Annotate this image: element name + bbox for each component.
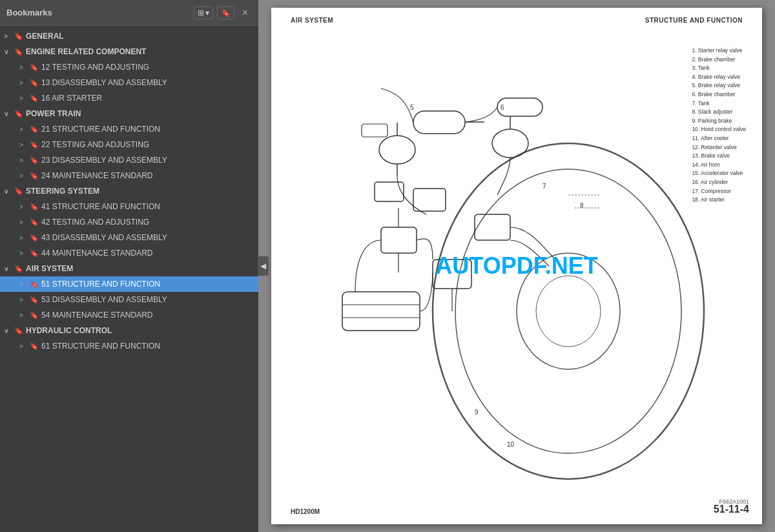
doc-footer-page: 51-11-4	[714, 504, 749, 515]
section-header-steering[interactable]: ∨ 🔖 STEERING SYSTEM	[0, 183, 258, 199]
bookmark-icon: 🔖	[30, 79, 39, 87]
item-label-s42: 42 TESTING AND ADJUSTING	[41, 218, 149, 227]
bookmark-icon: 🔖	[14, 48, 23, 56]
bookmark-item-e16[interactable]: > 🔖 16 AIR STARTER	[0, 90, 258, 106]
section-header-air[interactable]: ∨ 🔖 AIR SYSTEM	[0, 261, 258, 276]
section-label-steering: STEERING SYSTEM	[26, 187, 99, 196]
svg-text:9: 9	[475, 409, 479, 416]
bookmark-icon: 🔖	[14, 110, 23, 118]
svg-rect-13	[342, 292, 420, 331]
section-general: > 🔖 GENERAL	[0, 28, 258, 44]
thumbnail-view-button[interactable]: ⊞ ▾	[194, 6, 213, 19]
chevron-icon: >	[19, 126, 27, 133]
bookmark-item-a51[interactable]: > 🔖 51 STRUCTURE AND FUNCTION	[0, 276, 258, 292]
bookmark-item-s44[interactable]: > 🔖 44 MAINTENANCE STANDARD	[0, 245, 258, 261]
bookmark-icon: 🔖	[30, 63, 39, 72]
section-power: ∨ 🔖 POWER TRAIN > 🔖 21 STRUCTURE AND FUN…	[0, 106, 258, 183]
bookmark-item-e12[interactable]: > 🔖 12 TESTING AND ADJUSTING	[0, 59, 258, 75]
bookmark-item-p24[interactable]: > 🔖 24 MAINTENANCE STANDARD	[0, 168, 258, 183]
chevron-icon: >	[19, 141, 27, 148]
bookmark-icon: 🔖	[30, 125, 39, 134]
bookmark-add-button[interactable]: 🔖	[217, 6, 234, 19]
chevron-icon: >	[19, 343, 27, 350]
svg-rect-22	[413, 189, 446, 211]
svg-point-0	[433, 143, 704, 479]
thumbnail-icon: ⊞	[198, 8, 204, 17]
svg-rect-23	[375, 182, 404, 201]
bookmark-item-a54[interactable]: > 🔖 54 MAINTENANCE STANDARD	[0, 307, 258, 323]
bookmark-icon: 🔖	[30, 296, 39, 304]
svg-rect-18	[381, 227, 417, 253]
chevron-icon: ∨	[4, 327, 12, 334]
chevron-icon: >	[19, 157, 27, 164]
bookmark-item-e13[interactable]: > 🔖 13 DISASSEMBLY AND ASSEMBLY	[0, 75, 258, 90]
svg-text:10: 10	[507, 441, 515, 448]
chevron-icon: >	[4, 33, 12, 40]
bookmark-item-s43[interactable]: > 🔖 43 DISASSEMBLY AND ASSEMBLY	[0, 230, 258, 245]
section-air: ∨ 🔖 AIR SYSTEM > 🔖 51 STRUCTURE AND FUNC…	[0, 261, 258, 323]
item-label-s41: 41 STRUCTURE AND FUNCTION	[41, 202, 160, 211]
chevron-icon: >	[19, 64, 27, 71]
sidebar: Bookmarks ⊞ ▾ 🔖 × > 🔖 GENERAL ∨ 🔖 ENGINE…	[0, 0, 258, 532]
bookmark-icon: 🔖	[30, 249, 39, 258]
bookmark-icon: 🔖	[30, 234, 39, 242]
svg-point-9	[492, 129, 528, 158]
section-label-general: GENERAL	[26, 32, 64, 41]
doc-header-right: STRUCTURE AND FUNCTION	[645, 17, 743, 24]
section-header-power[interactable]: ∨ 🔖 POWER TRAIN	[0, 106, 258, 121]
bookmark-icon: 🔖	[14, 327, 23, 335]
bookmark-icon: 🔖	[30, 280, 39, 289]
bookmark-icon: 🔖	[30, 203, 39, 211]
bookmark-item-s41[interactable]: > 🔖 41 STRUCTURE AND FUNCTION	[0, 199, 258, 214]
bookmark-icon: 🔖	[30, 94, 39, 103]
svg-point-6	[379, 136, 415, 164]
svg-rect-11	[362, 124, 388, 137]
item-label-p24: 24 MAINTENANCE STANDARD	[41, 171, 152, 180]
sidebar-header: Bookmarks ⊞ ▾ 🔖 ×	[0, 0, 258, 26]
chevron-icon: ∨	[4, 188, 12, 195]
bookmark-item-s42[interactable]: > 🔖 42 TESTING AND ADJUSTING	[0, 214, 258, 230]
chevron-icon: >	[19, 250, 27, 257]
chevron-icon: >	[19, 203, 27, 210]
bookmark-icon: 🔖	[30, 218, 39, 227]
chevron-icon: ∨	[4, 48, 12, 56]
chevron-icon: ∨	[4, 265, 12, 272]
svg-point-2	[517, 253, 620, 369]
section-steering: ∨ 🔖 STEERING SYSTEM > 🔖 41 STRUCTURE AND…	[0, 183, 258, 261]
section-header-hydraulic[interactable]: ∨ 🔖 HYDRAULIC CONTROL	[0, 323, 258, 338]
svg-rect-4	[413, 111, 465, 134]
section-label-engine: ENGINE RELATED COMPONENT	[26, 47, 146, 56]
bookmark-item-p23[interactable]: > 🔖 23 DISASSEMBLY AND ASSEMBLY	[0, 152, 258, 168]
item-label-a51: 51 STRUCTURE AND FUNCTION	[41, 280, 160, 289]
item-label-e13: 13 DISASSEMBLY AND ASSEMBLY	[41, 78, 167, 87]
chevron-icon: >	[19, 312, 27, 319]
item-label-h61: 61 STRUCTURE AND FUNCTION	[41, 342, 160, 351]
collapse-sidebar-button[interactable]: ◀	[258, 256, 269, 276]
chevron-icon: >	[19, 95, 27, 102]
bookmark-item-p22[interactable]: > 🔖 22 TESTING AND ADJUSTING	[0, 137, 258, 152]
item-label-s43: 43 DISASSEMBLY AND ASSEMBLY	[41, 233, 167, 242]
bookmark-icon: 🔖	[14, 32, 23, 41]
chevron-icon: >	[19, 296, 27, 303]
section-label-hydraulic: HYDRAULIC CONTROL	[26, 326, 112, 335]
bookmark-item-p21[interactable]: > 🔖 21 STRUCTURE AND FUNCTION	[0, 121, 258, 137]
section-label-air: AIR SYSTEM	[26, 264, 73, 273]
doc-footer-model: HD1200M	[291, 508, 320, 515]
chevron-icon: >	[19, 219, 27, 226]
sidebar-toolbar: ⊞ ▾ 🔖 ×	[194, 6, 252, 20]
section-header-engine[interactable]: ∨ 🔖 ENGINE RELATED COMPONENT	[0, 44, 258, 59]
close-button[interactable]: ×	[238, 6, 252, 20]
section-header-general[interactable]: > 🔖 GENERAL	[0, 28, 258, 44]
bookmark-icon: 🔖	[14, 265, 23, 273]
bookmark-item-a53[interactable]: > 🔖 53 DISASSEMBLY AND ASSEMBLY	[0, 292, 258, 307]
svg-rect-21	[475, 214, 510, 240]
document-page: AIR SYSTEM STRUCTURE AND FUNCTION 1. Sta…	[271, 8, 762, 524]
diagram-svg: 5 6 7 8 9 10 11	[284, 34, 723, 498]
bookmark-item-h61[interactable]: > 🔖 61 STRUCTURE AND FUNCTION	[0, 338, 258, 354]
item-label-p21: 21 STRUCTURE AND FUNCTION	[41, 125, 160, 134]
bookmark-plus-icon: 🔖	[221, 8, 231, 17]
bookmark-list: > 🔖 GENERAL ∨ 🔖 ENGINE RELATED COMPONENT…	[0, 26, 258, 532]
item-label-s44: 44 MAINTENANCE STANDARD	[41, 249, 152, 258]
section-label-power: POWER TRAIN	[26, 109, 81, 118]
chevron-icon: >	[19, 281, 27, 288]
